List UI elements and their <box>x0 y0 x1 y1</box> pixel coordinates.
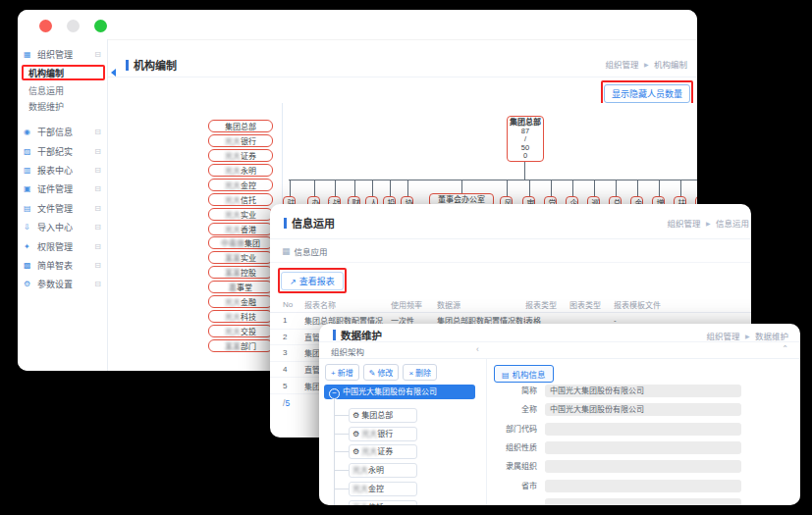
tree-node[interactable]: 光大信托 <box>349 500 417 506</box>
tree-node[interactable]: ⚙集团总部 <box>349 408 417 423</box>
org-left-node[interactable]: 光大香港 <box>208 223 273 235</box>
collapse-node-icon[interactable]: − <box>329 388 340 399</box>
org-left-node[interactable]: 中青旅集团 <box>208 236 273 249</box>
sidebar-item-干部信息[interactable]: ◉干部信息⊟ <box>18 123 107 141</box>
form-row: 组织性质 <box>486 441 800 455</box>
id-card-icon: ▣ <box>24 184 34 193</box>
form-row <box>486 498 800 505</box>
breadcrumb-parent[interactable]: 组织管理 <box>606 60 639 70</box>
collapse-left-panel-icon[interactable]: ‹ <box>476 344 479 354</box>
table-header-row: No报表名称使用频率数据源报表类型图表类型报表模板文件 <box>270 297 751 313</box>
org-left-node[interactable]: 光大金融 <box>208 295 273 308</box>
sidebar-item-干部纪实[interactable]: ▨干部纪实⊟ <box>18 141 107 160</box>
org-left-node[interactable]: 光大金控 <box>208 179 273 191</box>
sidebar-item-label: 简单智表 <box>37 259 73 272</box>
org-left-node[interactable]: 集团总部 <box>208 120 273 132</box>
connector-line <box>524 162 525 180</box>
expand-group-icon[interactable]: ⊟ <box>94 204 101 213</box>
label-text: 银行 <box>377 430 393 438</box>
form-row: 省市 <box>486 480 800 493</box>
sidebar-item-组织管理[interactable]: ▦组织管理⊟ <box>18 45 107 63</box>
org-left-node[interactable]: 光大科技 <box>208 310 273 323</box>
sidebar-item-信息运用[interactable]: 信息运用 <box>18 82 107 98</box>
sidebar-item-label: 导入中心 <box>37 221 73 233</box>
redacted-text: 光大 <box>225 167 241 176</box>
collapse-group-icon[interactable]: ⊟ <box>94 50 101 59</box>
close-window-button[interactable] <box>39 20 52 32</box>
breadcrumb-parent[interactable]: 组织管理 <box>668 219 701 229</box>
redacted-text: 光大 <box>225 137 241 146</box>
field-input[interactable] <box>545 423 741 436</box>
sidebar-item-简单智表[interactable]: ▩简单智表⊟ <box>18 256 107 275</box>
label-text: 交投 <box>241 328 256 336</box>
gear-icon: ⚙ <box>352 430 359 438</box>
field-label: 组织性质 <box>486 441 537 455</box>
sidebar-item-文件管理[interactable]: ▤文件管理⊟ <box>18 199 107 218</box>
修改-button[interactable]: ✎修改 <box>363 364 400 381</box>
expand-group-icon[interactable]: ⊟ <box>94 242 101 251</box>
redacted-text: 光大 <box>361 430 377 438</box>
field-input[interactable] <box>545 498 741 505</box>
title-accent-bar <box>126 60 129 71</box>
org-left-node[interactable]: 某某实业 <box>208 251 273 264</box>
expand-group-icon[interactable]: ⊟ <box>94 280 101 288</box>
sidebar-item-机构编制[interactable]: 机构编制 <box>22 65 105 80</box>
tree-node[interactable]: 光大金控 <box>349 482 417 496</box>
sidebar-item-证件管理[interactable]: ▣证件管理⊟ <box>18 180 107 198</box>
org-left-node[interactable]: 光大银行 <box>208 134 273 147</box>
org-info-panel: ▤机构信息 简称中国光大集团股份有限公司全称中国光大集团股份有限公司部门代码组织… <box>486 359 800 505</box>
label-text: 集团 <box>244 239 260 248</box>
minimize-window-button[interactable] <box>67 20 80 32</box>
redacted-text: 光大 <box>225 328 241 336</box>
label-text: 金控 <box>241 181 256 190</box>
redacted-text: 光大 <box>225 298 241 307</box>
field-input[interactable]: 中国光大集团股份有限公司 <box>545 403 741 416</box>
sidebar-item-报表中心[interactable]: ▥报表中心⊟ <box>18 161 107 180</box>
table-column-header: 数据源 <box>437 299 525 310</box>
org-left-node[interactable]: 光大信托 <box>208 193 273 206</box>
org-left-node[interactable]: 某某控股 <box>208 266 273 279</box>
tree-action-buttons: +新增✎修改×删除 <box>319 359 486 381</box>
connector-line <box>314 180 315 196</box>
connector-line <box>680 180 681 196</box>
connector-line <box>407 180 408 196</box>
tree-node[interactable]: ⚙光大银行 <box>349 427 417 441</box>
label-text: 实业 <box>241 254 256 263</box>
sidebar: ▦组织管理⊟机构编制信息运用数据维护◉干部信息⊟▨干部纪实⊟▥报表中心⊟▣证件管… <box>18 39 108 371</box>
field-input[interactable] <box>545 441 741 454</box>
field-input[interactable] <box>545 480 741 492</box>
expand-group-icon[interactable]: ⊟ <box>94 147 101 156</box>
sidebar-item-label: 报表中心 <box>37 164 73 177</box>
org-left-node[interactable]: 光大证券 <box>208 149 273 162</box>
expand-group-icon[interactable]: ⊟ <box>94 128 101 136</box>
expand-group-icon[interactable]: ⊟ <box>94 261 101 270</box>
org-node-root[interactable]: 集团总部87/500 <box>507 116 544 162</box>
collapse-right-panel-icon[interactable]: ⌃ <box>782 344 788 353</box>
button-label: 删除 <box>415 369 431 378</box>
maximize-window-button[interactable] <box>94 20 107 32</box>
删除-button[interactable]: ×删除 <box>403 364 437 381</box>
field-input[interactable] <box>545 460 741 473</box>
breadcrumb-parent[interactable]: 组织管理 <box>707 332 740 341</box>
view-report-button[interactable]: ↗查看报表 <box>278 268 347 293</box>
sidebar-item-参数设置[interactable]: ⚙参数设置⊟ <box>18 275 107 293</box>
label-text: 集团总部 <box>361 411 393 420</box>
tree-root-node[interactable]: −中国光大集团股份有限公司 <box>324 385 475 399</box>
org-left-node[interactable]: 嘉事堂 <box>208 281 273 293</box>
tree-node[interactable]: ⚙光大证券 <box>349 444 417 459</box>
tree-node[interactable]: 光大永明 <box>349 463 417 478</box>
org-left-node[interactable]: 光大交投 <box>208 325 273 337</box>
tab-org-info[interactable]: ▤机构信息 <box>494 365 554 383</box>
sidebar-item-导入中心[interactable]: ⇩导入中心⊟ <box>18 218 107 236</box>
field-input[interactable]: 中国光大集团股份有限公司 <box>545 385 741 397</box>
sidebar-item-数据维护[interactable]: 数据维护 <box>18 98 107 114</box>
org-left-node[interactable]: 某某部门 <box>208 339 273 352</box>
expand-group-icon[interactable]: ⊟ <box>94 166 101 175</box>
org-left-node[interactable]: 光大实业 <box>208 208 273 221</box>
org-left-node[interactable]: 光大永明 <box>208 164 273 177</box>
label-text: 科技 <box>241 313 256 322</box>
expand-group-icon[interactable]: ⊟ <box>94 223 101 232</box>
sidebar-item-权限管理[interactable]: ✦权限管理⊟ <box>18 236 107 255</box>
expand-group-icon[interactable]: ⊟ <box>94 184 101 193</box>
新增-button[interactable]: +新增 <box>325 364 359 381</box>
